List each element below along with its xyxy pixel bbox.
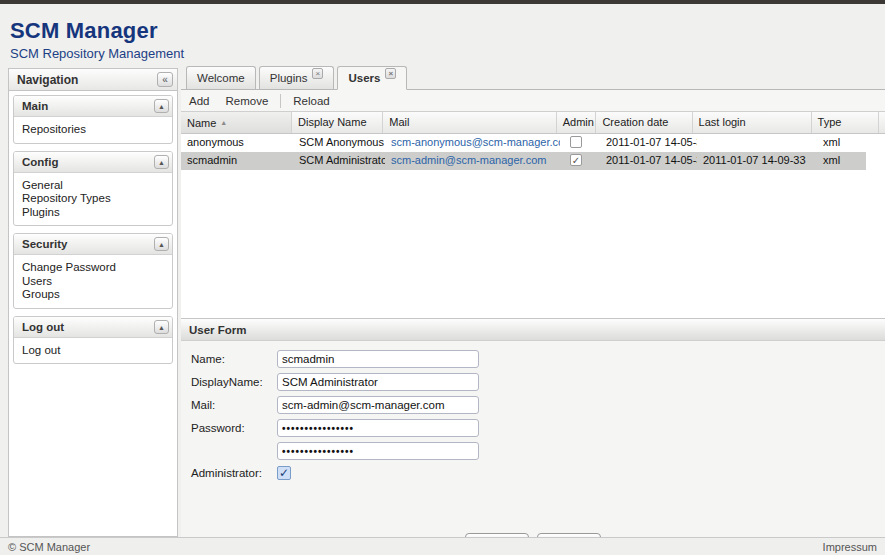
close-icon[interactable]: × — [312, 68, 323, 79]
app-subtitle: SCM Repository Management — [10, 46, 184, 61]
sort-asc-icon: ▲ — [220, 119, 227, 126]
name-label: Name: — [191, 353, 277, 365]
sidebar-item-change-password[interactable]: Change Password — [22, 261, 164, 275]
users-grid: Name▲ Display Name Mail Admin Creation d… — [181, 112, 885, 318]
column-header-creation-date[interactable]: Creation date — [596, 112, 692, 133]
name-field[interactable] — [277, 350, 479, 368]
navigation-panel: Navigation « Main ▲ Repositories Config … — [8, 68, 178, 537]
navigation-body: Main ▲ Repositories Config ▲ General Rep… — [9, 91, 177, 375]
password-field[interactable] — [277, 419, 479, 437]
sidebar-item-repositories[interactable]: Repositories — [22, 123, 164, 137]
column-header-last-login[interactable]: Last login — [693, 112, 812, 133]
nav-section-security-header[interactable]: Security ▲ — [14, 234, 172, 255]
column-header-filler — [879, 112, 885, 133]
app-header: SCM Manager SCM Repository Management — [10, 18, 184, 61]
tab-welcome[interactable]: Welcome — [186, 66, 256, 89]
remove-button[interactable]: Remove — [223, 93, 270, 109]
admin-checkbox-checked[interactable]: ✓ — [570, 154, 582, 166]
column-header-name-label: Name — [187, 117, 216, 129]
users-toolbar: Add Remove Reload — [181, 90, 885, 112]
impressum-link[interactable]: Impressum — [823, 541, 877, 553]
nav-section-config: Config ▲ General Repository Types Plugin… — [13, 151, 173, 227]
user-form-header: User Form — [181, 319, 885, 341]
cell-last-login: 2011-01-07 14-09-33 — [697, 152, 817, 170]
cell-type: xml — [817, 134, 866, 152]
nav-section-config-header[interactable]: Config ▲ — [14, 152, 172, 173]
nav-section-logout-header[interactable]: Log out ▲ — [14, 317, 172, 338]
footer: © SCM Manager Impressum — [0, 537, 885, 555]
close-icon[interactable]: × — [385, 68, 396, 79]
grid-header: Name▲ Display Name Mail Admin Creation d… — [181, 112, 885, 134]
display-name-label: DisplayName: — [191, 376, 277, 388]
column-header-admin[interactable]: Admin — [557, 112, 597, 133]
tab-users[interactable]: Users × — [337, 66, 407, 90]
collapse-up-icon[interactable]: ▲ — [154, 99, 169, 113]
nav-section-logout-title: Log out — [22, 321, 64, 333]
display-name-field[interactable] — [277, 373, 479, 391]
sidebar-item-logout[interactable]: Log out — [22, 344, 164, 358]
nav-section-main-title: Main — [22, 100, 48, 112]
cell-display-name: SCM Anonymous — [293, 134, 385, 152]
navigation-title: Navigation — [17, 73, 78, 87]
mail-label: Mail: — [191, 399, 277, 411]
tab-plugins[interactable]: Plugins × — [259, 66, 335, 89]
mail-link[interactable]: scm-admin@scm-manager.com — [391, 154, 546, 166]
nav-section-security-title: Security — [22, 238, 67, 250]
tab-plugins-label: Plugins — [270, 72, 308, 84]
cell-type: xml — [817, 152, 866, 170]
cell-last-login — [697, 134, 817, 152]
administrator-label: Administrator: — [191, 467, 277, 479]
password-label: Password: — [191, 422, 277, 434]
nav-section-config-title: Config — [22, 156, 58, 168]
tab-welcome-label: Welcome — [197, 72, 245, 84]
column-header-name[interactable]: Name▲ — [181, 112, 292, 133]
table-row-anonymous[interactable]: anonymous SCM Anonymous scm-anonymous@sc… — [181, 134, 866, 152]
reload-button[interactable]: Reload — [291, 93, 331, 109]
sidebar-item-groups[interactable]: Groups — [22, 288, 164, 302]
main-content: Welcome Plugins × Users × Add Remove Rel… — [181, 66, 885, 537]
app-title: SCM Manager — [10, 18, 184, 44]
nav-section-logout: Log out ▲ Log out — [13, 316, 173, 365]
admin-checkbox-unchecked[interactable] — [570, 136, 582, 148]
nav-section-main: Main ▲ Repositories — [13, 95, 173, 144]
user-form-body: Name: DisplayName: Mail: Password: Admi — [181, 341, 885, 537]
sidebar-collapse-icon[interactable]: « — [157, 72, 173, 87]
nav-section-main-header[interactable]: Main ▲ — [14, 96, 172, 117]
collapse-up-icon[interactable]: ▲ — [154, 237, 169, 251]
user-form-title: User Form — [189, 324, 247, 336]
collapse-up-icon[interactable]: ▲ — [154, 155, 169, 169]
mail-field[interactable] — [277, 396, 479, 414]
password-confirm-field[interactable] — [277, 442, 479, 460]
tab-users-label: Users — [348, 72, 380, 84]
sidebar-item-general[interactable]: General — [22, 179, 164, 193]
user-form-panel: User Form Name: DisplayName: Mail: Passw… — [181, 318, 885, 537]
footer-copyright: © SCM Manager — [8, 541, 90, 553]
cell-creation-date: 2011-01-07 14-05-30 — [600, 152, 697, 170]
nav-section-security: Security ▲ Change Password Users Groups — [13, 233, 173, 309]
column-header-type[interactable]: Type — [812, 112, 879, 133]
cell-name: scmadmin — [181, 152, 293, 170]
mail-link[interactable]: scm-anonymous@scm-manager.com — [391, 136, 560, 148]
tab-bar: Welcome Plugins × Users × — [181, 66, 885, 90]
navigation-panel-header: Navigation « — [9, 69, 177, 91]
collapse-up-icon[interactable]: ▲ — [154, 320, 169, 334]
sidebar-item-plugins[interactable]: Plugins — [22, 206, 164, 220]
administrator-checkbox[interactable]: ✓ — [277, 466, 291, 480]
sidebar-item-users[interactable]: Users — [22, 275, 164, 289]
column-header-display-name[interactable]: Display Name — [292, 112, 383, 133]
cell-name: anonymous — [181, 134, 293, 152]
table-row-scmadmin[interactable]: scmadmin SCM Administrator scm-admin@scm… — [181, 152, 866, 170]
column-header-mail[interactable]: Mail — [383, 112, 556, 133]
add-button[interactable]: Add — [187, 93, 211, 109]
sidebar-item-repository-types[interactable]: Repository Types — [22, 192, 164, 206]
cell-display-name: SCM Administrator — [293, 152, 385, 170]
window-top-bar — [0, 0, 885, 4]
toolbar-separator — [280, 94, 281, 108]
cell-creation-date: 2011-01-07 14-05-30 — [600, 134, 697, 152]
